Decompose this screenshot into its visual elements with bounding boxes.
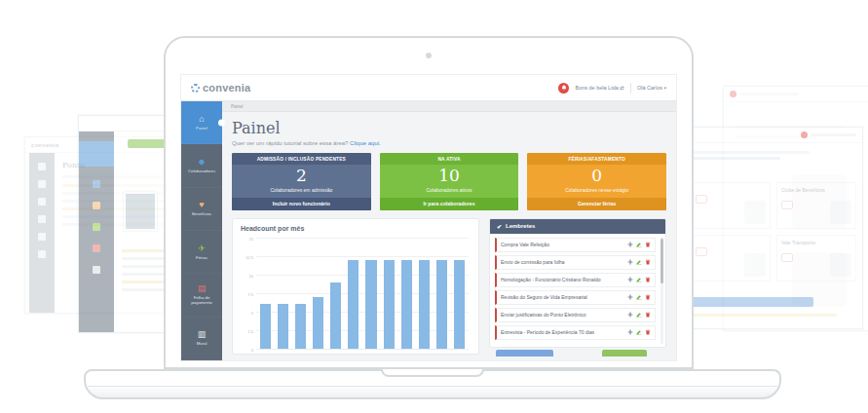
switch-company-icon: ⇄	[620, 85, 624, 91]
y-axis-tick-label: 15	[241, 236, 253, 241]
stat-card: NA ATIVA10Colaboradores ativosIr para co…	[380, 153, 519, 210]
sidebar-item-painel[interactable]: ⌂Painel	[181, 101, 222, 144]
bg-benefit-card	[691, 235, 771, 282]
sidebar: ⌂Painel☻Colaboradores♥Benefícios✈Férias▤…	[181, 101, 222, 360]
add-icon[interactable]	[627, 312, 633, 318]
dashboard-screen: convenia Bons de bela Ltda ⇄ Olá Carlos	[180, 74, 677, 361]
reminder-actions	[627, 294, 651, 300]
add-icon[interactable]	[627, 329, 633, 335]
sidebar-item-label: Benefícios	[190, 211, 213, 216]
delete-icon[interactable]	[645, 259, 651, 265]
sidebar-item-mural[interactable]: ▥Mural	[181, 318, 222, 360]
bg-benefit-card	[691, 182, 771, 229]
bg-blue-button	[691, 297, 813, 307]
reminder-row: Entrevista - Período de Experiência 70 d…	[495, 325, 656, 340]
edit-icon[interactable]	[636, 312, 642, 318]
edit-icon[interactable]	[636, 277, 642, 282]
stat-card-value: 0	[527, 165, 666, 186]
bg-benefit-card: Clube de Benefícios	[776, 182, 856, 229]
sidebar-item-label: Colaboradores	[186, 169, 217, 173]
app-header: convenia Bons de bela Ltda ⇄ Olá Carlos	[181, 75, 676, 101]
chart-title: Headcount por mês	[241, 225, 471, 232]
stat-card-header: FÉRIAS/AFASTAMENTO	[527, 153, 666, 165]
add-icon[interactable]	[627, 259, 633, 265]
bg-header	[685, 128, 862, 143]
reminder-actions	[627, 259, 651, 265]
delete-icon[interactable]	[645, 312, 651, 318]
reminder-text: Revisão do Seguro de Vida Empresarial	[501, 294, 587, 300]
add-icon[interactable]	[627, 242, 633, 247]
y-axis-tick-label: 0	[241, 347, 253, 352]
reminder-row: Compra Vale Refeição	[495, 238, 656, 252]
delete-icon[interactable]	[645, 329, 651, 335]
reminder-actions	[627, 312, 651, 318]
add-icon[interactable]	[627, 277, 633, 282]
reminders-title: Lembretes	[506, 223, 535, 229]
plane-icon: ✈	[198, 244, 206, 253]
reminder-actions	[627, 277, 651, 282]
edit-icon[interactable]	[636, 259, 642, 265]
reminder-text: Entrevista - Período de Experiência 70 d…	[501, 329, 594, 335]
payroll-icon: ▤	[198, 284, 207, 293]
sidebar-item-férias[interactable]: ✈Férias	[181, 231, 222, 274]
heart-icon: ♥	[199, 201, 204, 209]
add-reminder-button[interactable]	[496, 350, 552, 357]
stat-card-caption: Colaboradores em admissão	[232, 186, 371, 198]
reminder-text: Envio de comissão para folha	[501, 259, 565, 265]
reminders-panel: ✔ Lembretes Compra Vale RefeiçãoEnvio de…	[489, 218, 666, 348]
laptop-frame: convenia Bons de bela Ltda ⇄ Olá Carlos	[164, 36, 694, 369]
bg-benefit-card: Vale Transporte	[776, 235, 856, 282]
notification-bell-icon	[730, 91, 736, 97]
notification-bell-icon	[801, 131, 808, 138]
reminder-row: Enviar justificativas do Ponto Eletrônic…	[495, 308, 656, 322]
sidebar-item-folha-de-pagamento[interactable]: ▤Folha de pagamento	[181, 274, 222, 317]
company-switcher[interactable]: Bons de bela Ltda ⇄	[575, 85, 623, 91]
headcount-bar	[436, 260, 447, 348]
save-reminder-button[interactable]	[602, 350, 647, 357]
headcount-bar	[278, 304, 288, 348]
headcount-bar	[419, 260, 430, 348]
stat-card-value: 2	[232, 165, 371, 186]
stat-card-action-button[interactable]: Gerenciar férias	[527, 198, 666, 210]
notification-bell-icon[interactable]	[558, 83, 569, 94]
laptop-base-notch	[381, 369, 484, 377]
reminders-header: ✔ Lembretes	[490, 219, 665, 234]
headcount-bar	[260, 304, 271, 348]
tutorial-link[interactable]: Clique aqui.	[350, 140, 381, 146]
bg-benefit-button	[696, 247, 707, 256]
bg-benefit-button	[696, 195, 707, 204]
sidebar-item-label: Férias	[194, 255, 209, 260]
sidebar-item-colaboradores[interactable]: ☻Colaboradores	[181, 144, 222, 187]
stat-card-action-button[interactable]: Ir para colaboradores	[380, 198, 519, 210]
user-menu[interactable]: Olá Carlos ▾	[637, 85, 666, 91]
headcount-bar	[295, 304, 306, 348]
edit-icon[interactable]	[636, 329, 642, 335]
tutorial-hint: Quer ver um rápido tutorial sobre essa á…	[232, 140, 666, 146]
stat-card-action-button[interactable]: Incluir novo funcionário	[232, 198, 371, 210]
delete-icon[interactable]	[645, 242, 651, 247]
delete-icon[interactable]	[645, 294, 651, 300]
convenia-logo-text: convenia	[203, 82, 250, 94]
sidebar-item-benefícios[interactable]: ♥Benefícios	[181, 188, 222, 231]
stat-card-value: 10	[380, 165, 519, 186]
headcount-chart-panel: Headcount por mês 1512.5107.552.50	[232, 218, 479, 355]
edit-icon[interactable]	[636, 242, 642, 247]
people-icon: ☻	[197, 158, 206, 167]
stat-card: ADMISSÃO / INCLUSÃO PENDENTES2Colaborado…	[232, 153, 371, 210]
headcount-bar	[401, 260, 412, 348]
reminders-scrollbar[interactable]	[660, 237, 663, 344]
delete-icon[interactable]	[645, 277, 651, 282]
sidebar-item-label: Folha de pagamento	[181, 295, 222, 305]
convenia-app: convenia Bons de bela Ltda ⇄ Olá Carlos	[181, 75, 676, 360]
add-icon[interactable]	[627, 294, 633, 300]
headcount-bar	[384, 260, 395, 348]
convenia-logo: convenia	[31, 142, 58, 148]
page-title: Painel	[232, 119, 666, 137]
background-screenshot-benefits: Clube de Benefícios Vale Transporte	[684, 127, 863, 329]
convenia-logo[interactable]: convenia	[191, 82, 250, 94]
edit-icon[interactable]	[636, 294, 642, 300]
headcount-bar	[348, 260, 359, 348]
stat-card-header: ADMISSÃO / INCLUSÃO PENDENTES	[232, 153, 371, 165]
sidebar-item-label: Mural	[195, 341, 209, 346]
reminder-actions	[627, 329, 651, 335]
